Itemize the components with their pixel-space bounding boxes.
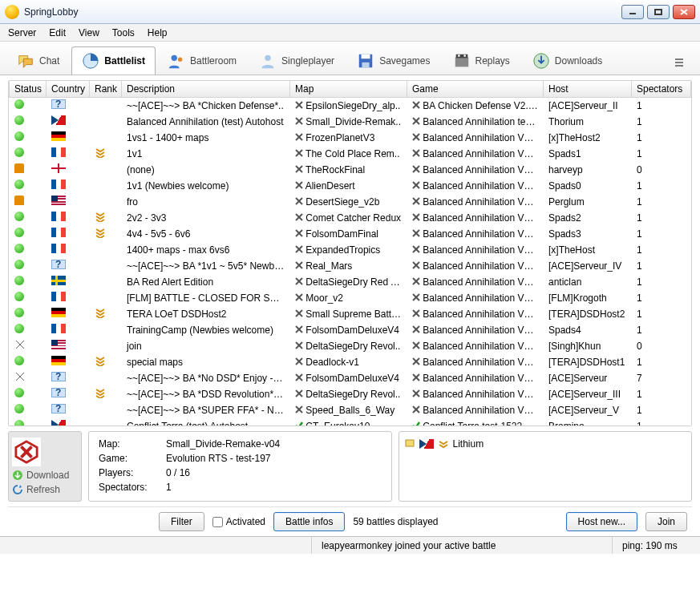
player-list-panel: Lithium: [399, 431, 693, 502]
x-icon: [412, 341, 420, 349]
battle-row[interactable]: Balanced Annihilation (test) Autohost Sm…: [10, 114, 691, 130]
ingame-icon: [14, 339, 26, 350]
country-flag: [51, 292, 66, 301]
battle-host: [ACE]Serveur: [544, 370, 632, 386]
tab-savegames[interactable]: Savegames: [346, 46, 440, 75]
close-button[interactable]: [673, 5, 695, 19]
open-icon: [14, 324, 24, 333]
column-header[interactable]: Spectators: [632, 81, 691, 98]
battle-row[interactable]: [FLM] BATTLE - CLOSED FOR SELF-SLA.. Moo…: [10, 290, 691, 306]
column-header[interactable]: Country: [47, 81, 90, 98]
battle-row[interactable]: join DeltaSiegeDry Revol.. Balanced Anni…: [10, 338, 691, 354]
battle-game: Balanced Annihilation V7.63: [407, 194, 544, 210]
menu-bar: Server Edit View Tools Help: [0, 24, 700, 42]
tab-downloads[interactable]: Downloads: [522, 46, 613, 75]
battle-spec: 1: [632, 290, 691, 306]
battle-game: Balanced Annihilation V7.63: [407, 402, 544, 418]
battle-row[interactable]: TrainingCamp (Newbies welcome) FolsomDam…: [10, 322, 691, 338]
country-flag: [51, 372, 66, 381]
battle-row[interactable]: Conflict Terra (test) Autohost CT_Eureka…: [10, 418, 691, 427]
x-icon: [412, 180, 420, 188]
battle-game: Balanced Annihilation V7.63: [407, 354, 544, 370]
battle-spec: 1: [632, 114, 691, 130]
filter-button[interactable]: Filter: [159, 512, 204, 531]
tabbar-overflow-button[interactable]: [666, 53, 694, 75]
x-icon: [412, 373, 420, 381]
battle-row[interactable]: 1v1 (Newbies welcome) AlienDesert Balanc…: [10, 178, 691, 194]
battle-infos-button[interactable]: Battle infos: [273, 512, 345, 531]
tab-battleroom[interactable]: Battleroom: [157, 46, 247, 75]
battle-row[interactable]: 1400+ maps - max 6vs6 ExpandedTropics Ba…: [10, 242, 691, 258]
open-icon: [14, 228, 24, 237]
country-flag: [51, 179, 66, 189]
refresh-action[interactable]: Refresh: [12, 484, 78, 495]
battle-host: anticlan: [544, 274, 632, 290]
country-flag: [51, 340, 66, 349]
detail-game-label: Game:: [99, 453, 166, 464]
battle-map: DesertSiege_v2b: [290, 194, 407, 210]
column-header[interactable]: Status: [10, 81, 47, 98]
maximize-button[interactable]: [647, 5, 670, 19]
host-new-button[interactable]: Host new...: [566, 512, 637, 531]
battle-row[interactable]: ~~[ACE]~~> BA *DSD Revolution* fr.. Delt…: [10, 386, 691, 402]
battle-list[interactable]: StatusCountryRankDescriptionMapGameHostS…: [8, 80, 692, 426]
svg-rect-10: [362, 63, 370, 67]
activated-checkbox[interactable]: Activated: [212, 516, 265, 527]
open-icon: [14, 115, 24, 125]
battle-row[interactable]: ~~[ACE]~~> BA *SUPER FFA* - Neve.. Speed…: [10, 402, 691, 418]
download-action[interactable]: Download: [12, 470, 78, 481]
column-header[interactable]: Game: [407, 81, 544, 98]
battle-row[interactable]: 1v1 The Cold Place Rem.. Balanced Annihi…: [10, 146, 691, 162]
battle-row[interactable]: ~~[ACE]~~> BA *No DSD* Enjoy - Ful.. Fol…: [10, 370, 691, 386]
battle-row[interactable]: 1vs1 - 1400+ maps FrozenPlanetV3 Balance…: [10, 130, 691, 146]
battle-row[interactable]: 2v2 - 3v3 Comet Catcher Redux Balanced A…: [10, 210, 691, 226]
no-preview-icon: [12, 438, 41, 466]
join-button[interactable]: Join: [645, 512, 687, 531]
column-header[interactable]: Map: [290, 81, 407, 98]
ingame-icon: [14, 371, 26, 382]
column-header[interactable]: Rank: [90, 81, 122, 98]
tab-battlelist[interactable]: Battlelist: [71, 46, 156, 75]
player-row[interactable]: Lithium: [404, 437, 687, 450]
svg-rect-11: [455, 57, 468, 67]
country-flag: [51, 115, 66, 125]
tab-singleplayer[interactable]: Singleplayer: [249, 46, 345, 75]
battle-row[interactable]: fro DesertSiege_v2b Balanced Annihilatio…: [10, 194, 691, 210]
battle-row[interactable]: ~~[ACE]~~> BA *Chicken Defense*.. Epsilo…: [10, 98, 691, 114]
svg-point-13: [457, 54, 459, 57]
battle-host: [ACE]Serveur_II: [544, 98, 632, 114]
battle-count-label: 59 battles displayed: [353, 516, 438, 527]
battle-row[interactable]: 4v4 - 5v5 - 6v6 FolsomDamFinal Balanced …: [10, 226, 691, 242]
tab-chat[interactable]: Chat: [6, 46, 70, 75]
locked-icon: [14, 196, 24, 205]
x-icon: [412, 244, 420, 252]
menu-edit[interactable]: Edit: [49, 27, 66, 38]
battle-host: [TERA]DSDHost2: [544, 306, 632, 322]
rank-icon: [95, 355, 106, 366]
country-flag: [51, 163, 66, 173]
minimize-button[interactable]: [621, 5, 644, 19]
ping-label: ping: 190 ms: [612, 537, 692, 554]
x-icon: [295, 260, 303, 268]
column-header[interactable]: Description: [122, 81, 290, 98]
menu-help[interactable]: Help: [148, 27, 168, 38]
battle-row[interactable]: ~~[ACE]~~> BA *1v1 ~ 5v5* Newbie.. Real_…: [10, 258, 691, 274]
battle-desc: Balanced Annihilation (test) Autohost: [122, 114, 290, 130]
column-header[interactable]: Host: [544, 81, 632, 98]
tab-replays[interactable]: Replays: [443, 46, 520, 75]
x-icon: [412, 116, 420, 124]
player-rank-icon: [438, 438, 449, 450]
battle-row[interactable]: special maps Deadlock-v1 Balanced Annihi…: [10, 354, 691, 370]
battle-map: Small_Divide-Remak..: [290, 114, 407, 130]
x-icon: [412, 309, 420, 317]
battle-host: Spads4: [544, 322, 632, 338]
menu-server[interactable]: Server: [8, 27, 36, 38]
menu-view[interactable]: View: [79, 27, 99, 38]
battle-row[interactable]: (none) TheRockFinal Balanced Annihilatio…: [10, 162, 691, 178]
battle-row[interactable]: BA Red Alert Edition DeltaSiegeDry Red A…: [10, 274, 691, 290]
battle-desc: [FLM] BATTLE - CLOSED FOR SELF-SLA..: [122, 290, 290, 306]
battle-row[interactable]: TERA LOeT DSDHost2 Small Supreme Battle.…: [10, 306, 691, 322]
open-icon: [14, 179, 24, 189]
side-actions-panel: Download Refresh: [8, 431, 82, 502]
menu-tools[interactable]: Tools: [112, 27, 135, 38]
